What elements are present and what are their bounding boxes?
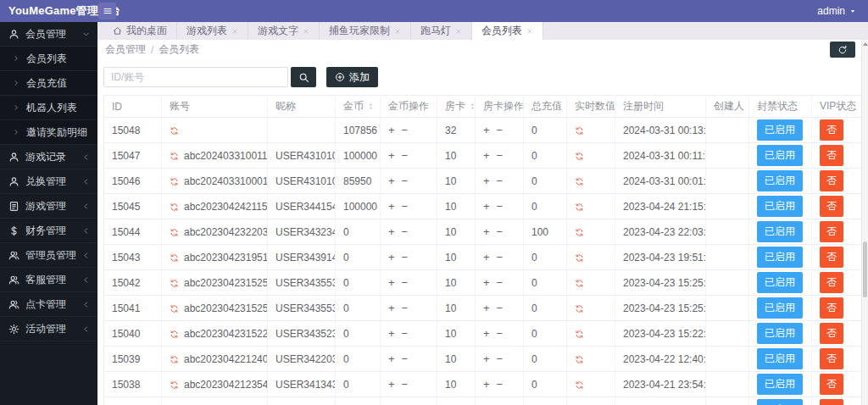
roomcard-increase-button[interactable]: + <box>483 302 490 314</box>
tab-4[interactable]: 跑马灯 <box>411 22 472 40</box>
sidebar-item-2[interactable]: 兑换管理 <box>0 169 97 194</box>
gold-increase-button[interactable]: + <box>388 378 395 391</box>
close-icon[interactable] <box>394 28 401 35</box>
gold-decrease-button[interactable]: − <box>402 251 409 264</box>
gold-increase-button[interactable]: + <box>388 149 395 162</box>
gold-decrease-button[interactable]: − <box>402 352 409 365</box>
roomcard-increase-button[interactable]: + <box>483 327 490 340</box>
vip-status-button[interactable]: 否 <box>820 374 843 395</box>
ban-status-button[interactable]: 已启用 <box>757 170 803 191</box>
sync-icon[interactable] <box>170 304 179 313</box>
close-icon[interactable] <box>455 28 462 35</box>
scroll-thumb[interactable] <box>863 241 867 297</box>
sync-icon[interactable] <box>170 202 179 212</box>
tab-0[interactable]: 我的桌面 <box>103 22 177 40</box>
roomcard-decrease-button[interactable]: − <box>497 276 504 289</box>
roomcard-increase-button[interactable]: + <box>483 225 490 238</box>
search-button[interactable] <box>291 67 316 87</box>
roomcard-decrease-button[interactable]: − <box>497 200 504 213</box>
vip-status-button[interactable]: 否 <box>820 170 843 191</box>
gold-increase-button[interactable]: + <box>388 302 395 314</box>
realtime-refresh-icon[interactable] <box>575 177 584 186</box>
realtime-refresh-icon[interactable] <box>575 126 584 136</box>
roomcard-decrease-button[interactable]: − <box>497 124 504 136</box>
sidebar-item-4[interactable]: 财务管理 <box>0 219 97 243</box>
gold-decrease-button[interactable]: − <box>402 124 409 136</box>
ban-status-button[interactable]: 已启用 <box>757 297 803 319</box>
gold-increase-button[interactable]: + <box>388 124 395 136</box>
gold-increase-button[interactable]: + <box>388 327 395 340</box>
close-icon[interactable] <box>526 28 533 35</box>
breadcrumb-item-member-list[interactable]: 会员列表 <box>159 42 199 57</box>
vip-status-button[interactable]: 否 <box>820 348 843 369</box>
gold-increase-button[interactable]: + <box>388 200 395 213</box>
sidebar-toggle-button[interactable] <box>98 3 116 19</box>
roomcard-increase-button[interactable]: + <box>483 276 490 289</box>
realtime-refresh-icon[interactable] <box>575 253 584 263</box>
sidebar-item-3[interactable]: 游戏管理 <box>0 194 97 219</box>
roomcard-increase-button[interactable]: + <box>483 251 490 264</box>
realtime-refresh-icon[interactable] <box>575 355 584 364</box>
vertical-scrollbar[interactable] <box>861 40 868 405</box>
ban-status-button[interactable]: 已启用 <box>757 348 803 369</box>
ban-status-button[interactable]: 已启用 <box>757 272 803 293</box>
sidebar-item-0[interactable]: 会员管理 <box>0 22 97 47</box>
sidebar-subitem-0-2[interactable]: 机器人列表 <box>0 96 97 120</box>
roomcard-decrease-button[interactable]: − <box>497 251 504 264</box>
roomcard-increase-button[interactable]: + <box>483 175 490 187</box>
realtime-refresh-icon[interactable] <box>575 228 584 237</box>
gold-decrease-button[interactable]: − <box>402 175 409 187</box>
search-input[interactable] <box>103 67 288 87</box>
vip-status-button[interactable]: 否 <box>820 221 843 242</box>
gold-increase-button[interactable]: + <box>388 251 395 264</box>
gold-increase-button[interactable]: + <box>388 352 395 365</box>
sidebar-subitem-0-1[interactable]: 会员充值 <box>0 71 97 96</box>
vip-status-button[interactable]: 否 <box>820 323 843 344</box>
user-menu[interactable]: admin <box>817 5 868 17</box>
tab-3[interactable]: 捕鱼玩家限制 <box>320 22 411 40</box>
ban-status-button[interactable]: 已启用 <box>757 119 803 141</box>
roomcard-decrease-button[interactable]: − <box>497 302 504 314</box>
realtime-refresh-icon[interactable] <box>575 152 584 161</box>
tab-2[interactable]: 游戏文字 <box>248 22 320 40</box>
gold-decrease-button[interactable]: − <box>402 327 409 340</box>
sync-icon[interactable] <box>170 279 179 288</box>
ban-status-button[interactable]: 已启用 <box>757 374 803 395</box>
realtime-refresh-icon[interactable] <box>575 330 584 339</box>
sidebar-item-5[interactable]: 管理员管理 <box>0 243 97 268</box>
roomcard-increase-button[interactable]: + <box>483 352 490 365</box>
ban-status-button[interactable]: 已启用 <box>757 399 803 405</box>
roomcard-decrease-button[interactable]: − <box>497 225 504 238</box>
tab-5[interactable]: 会员列表 <box>472 22 543 40</box>
gold-decrease-button[interactable]: − <box>402 276 409 289</box>
sidebar-subitem-0-0[interactable]: 会员列表 <box>0 47 97 71</box>
gold-decrease-button[interactable]: − <box>402 225 409 238</box>
gold-decrease-button[interactable]: − <box>402 302 409 314</box>
roomcard-increase-button[interactable]: + <box>483 124 490 136</box>
sync-icon[interactable] <box>170 177 179 186</box>
roomcard-increase-button[interactable]: + <box>483 149 490 162</box>
vip-status-button[interactable]: 否 <box>820 196 843 217</box>
roomcard-decrease-button[interactable]: − <box>497 175 504 187</box>
roomcard-decrease-button[interactable]: − <box>497 352 504 365</box>
gold-increase-button[interactable]: + <box>388 225 395 238</box>
sort-icon[interactable] <box>367 102 375 111</box>
ban-status-button[interactable]: 已启用 <box>757 323 803 344</box>
breadcrumb-item-members[interactable]: 会员管理 <box>105 42 146 57</box>
sidebar-item-8[interactable]: 活动管理 <box>0 317 97 341</box>
realtime-refresh-icon[interactable] <box>575 202 584 212</box>
realtime-refresh-icon[interactable] <box>575 279 584 288</box>
refresh-button[interactable] <box>830 42 855 58</box>
sidebar-subitem-0-3[interactable]: 邀请奖励明细 <box>0 120 97 145</box>
sidebar-item-1[interactable]: 游戏记录 <box>0 145 97 169</box>
vip-status-button[interactable]: 否 <box>820 399 843 405</box>
roomcard-decrease-button[interactable]: − <box>497 149 504 162</box>
gold-increase-button[interactable]: + <box>388 175 395 187</box>
sync-icon[interactable] <box>170 330 179 339</box>
roomcard-increase-button[interactable]: + <box>483 378 490 391</box>
vip-status-button[interactable]: 否 <box>820 145 843 166</box>
ban-status-button[interactable]: 已启用 <box>757 145 803 166</box>
sync-icon[interactable] <box>170 253 179 263</box>
sync-icon[interactable] <box>170 152 179 161</box>
scroll-up-arrow-icon[interactable] <box>863 42 868 46</box>
